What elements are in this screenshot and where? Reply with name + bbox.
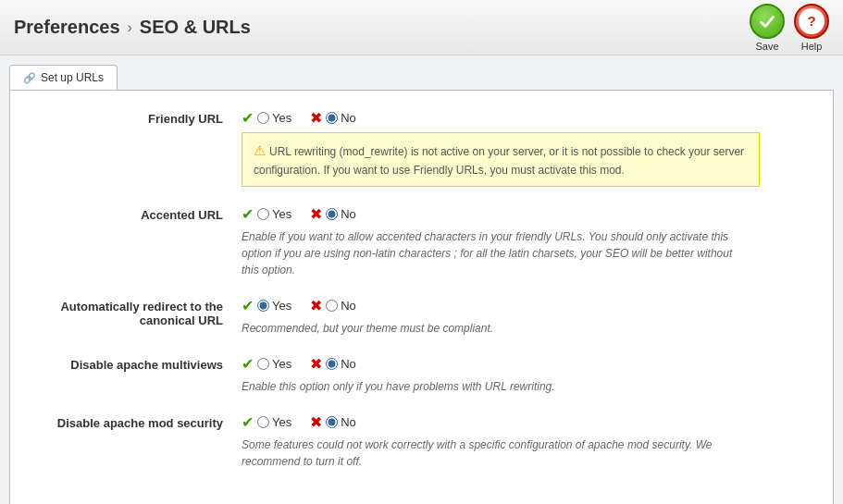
- check-icon-friendly-url: ✔: [242, 109, 254, 127]
- control-apache-multiviews: ✔Yes✖NoEnable this option only if you ha…: [242, 355, 805, 395]
- header: Preferences › SEO & URLs Save ? Help: [0, 0, 843, 55]
- no-option-apache-multiviews[interactable]: No: [326, 357, 356, 371]
- cross-icon-apache-multiviews: ✖: [310, 355, 322, 373]
- tab-icon: 🔗: [23, 72, 36, 84]
- check-icon-apache-mod-security: ✔: [242, 413, 254, 431]
- cross-icon-friendly-url: ✖: [310, 109, 322, 127]
- yes-option-apache-mod-security[interactable]: Yes: [257, 415, 291, 429]
- help-label: Help: [801, 41, 823, 52]
- no-radio-canonical-url[interactable]: [326, 300, 338, 312]
- cross-icon-accented-url: ✖: [310, 205, 322, 223]
- cross-icon-apache-mod-security: ✖: [310, 413, 322, 431]
- no-option-friendly-url[interactable]: No: [326, 111, 356, 125]
- yes-option-accented-url[interactable]: Yes: [257, 207, 291, 221]
- content-box: Friendly URL✔Yes✖No⚠URL rewriting (mod_r…: [9, 90, 834, 504]
- warning-box-friendly-url: ⚠URL rewriting (mod_rewrite) is not acti…: [242, 132, 760, 187]
- breadcrumb: Preferences › SEO & URLs: [14, 17, 251, 38]
- form-row-friendly-url: Friendly URL✔Yes✖No⚠URL rewriting (mod_r…: [38, 109, 805, 187]
- yes-label-apache-mod-security: Yes: [272, 415, 291, 429]
- no-label-apache-multiviews: No: [341, 357, 356, 371]
- radio-group-apache-mod-security: ✔Yes✖No: [242, 413, 805, 431]
- yes-option-apache-multiviews[interactable]: Yes: [257, 357, 291, 371]
- no-radio-apache-mod-security[interactable]: [326, 416, 338, 428]
- help-button[interactable]: ? Help: [794, 4, 829, 52]
- main-content: 🔗 Set up URLs Friendly URL✔Yes✖No⚠URL re…: [0, 55, 843, 504]
- yes-radio-accented-url[interactable]: [257, 208, 269, 220]
- tab-bar: 🔗 Set up URLs: [9, 65, 834, 90]
- yes-option-canonical-url[interactable]: Yes: [257, 299, 291, 313]
- desc-accented-url: Enable if you want to allow accented cha…: [242, 228, 750, 278]
- tab-setup-urls[interactable]: 🔗 Set up URLs: [9, 65, 118, 90]
- no-label-apache-mod-security: No: [341, 415, 356, 429]
- form-row-accented-url: Accented URL✔Yes✖NoEnable if you want to…: [38, 205, 805, 278]
- breadcrumb-main: Preferences: [14, 17, 120, 38]
- check-icon-accented-url: ✔: [242, 205, 254, 223]
- no-label-friendly-url: No: [341, 111, 356, 125]
- no-label-canonical-url: No: [341, 299, 356, 313]
- form-row-apache-mod-security: Disable apache mod security✔Yes✖NoSome f…: [38, 413, 805, 470]
- no-radio-accented-url[interactable]: [326, 208, 338, 220]
- check-icon-canonical-url: ✔: [242, 297, 254, 314]
- radio-group-friendly-url: ✔Yes✖No: [242, 109, 805, 127]
- no-option-accented-url[interactable]: No: [326, 207, 356, 221]
- radio-group-canonical-url: ✔Yes✖No: [242, 297, 805, 314]
- control-accented-url: ✔Yes✖NoEnable if you want to allow accen…: [242, 205, 805, 278]
- yes-label-canonical-url: Yes: [272, 299, 291, 313]
- yes-radio-canonical-url[interactable]: [257, 300, 269, 312]
- check-icon-apache-multiviews: ✔: [242, 355, 254, 373]
- form-row-apache-multiviews: Disable apache multiviews✔Yes✖NoEnable t…: [38, 355, 805, 395]
- breadcrumb-sub: SEO & URLs: [140, 17, 251, 38]
- yes-radio-apache-mod-security[interactable]: [257, 416, 269, 428]
- control-friendly-url: ✔Yes✖No⚠URL rewriting (mod_rewrite) is n…: [242, 109, 805, 187]
- yes-label-accented-url: Yes: [272, 207, 291, 221]
- form-row-canonical-url: Automatically redirect to the canonical …: [38, 297, 805, 337]
- desc-apache-mod-security: Some features could not work correctly w…: [242, 436, 750, 470]
- yes-label-friendly-url: Yes: [272, 111, 291, 125]
- save-icon: [750, 4, 785, 39]
- label-canonical-url: Automatically redirect to the canonical …: [38, 297, 242, 327]
- control-apache-mod-security: ✔Yes✖NoSome features could not work corr…: [242, 413, 805, 470]
- tab-label: Set up URLs: [41, 71, 104, 84]
- yes-label-apache-multiviews: Yes: [272, 357, 291, 371]
- desc-apache-multiviews: Enable this option only if you have prob…: [242, 378, 750, 395]
- save-button[interactable]: Save: [750, 4, 785, 52]
- no-radio-apache-multiviews[interactable]: [326, 358, 338, 370]
- no-option-canonical-url[interactable]: No: [326, 299, 356, 313]
- cross-icon-canonical-url: ✖: [310, 297, 322, 314]
- radio-group-apache-multiviews: ✔Yes✖No: [242, 355, 805, 373]
- yes-radio-friendly-url[interactable]: [257, 112, 269, 124]
- label-apache-multiviews: Disable apache multiviews: [38, 355, 242, 372]
- yes-radio-apache-multiviews[interactable]: [257, 358, 269, 370]
- warn-icon-friendly-url: ⚠: [254, 142, 266, 158]
- header-actions: Save ? Help: [750, 4, 829, 52]
- control-canonical-url: ✔Yes✖NoRecommended, but your theme must …: [242, 297, 805, 337]
- help-icon: ?: [794, 4, 829, 39]
- no-option-apache-mod-security[interactable]: No: [326, 415, 356, 429]
- no-radio-friendly-url[interactable]: [326, 112, 338, 124]
- label-apache-mod-security: Disable apache mod security: [38, 413, 242, 430]
- save-label: Save: [755, 41, 778, 52]
- label-friendly-url: Friendly URL: [38, 109, 242, 126]
- yes-option-friendly-url[interactable]: Yes: [257, 111, 291, 125]
- radio-group-accented-url: ✔Yes✖No: [242, 205, 805, 223]
- no-label-accented-url: No: [341, 207, 356, 221]
- desc-canonical-url: Recommended, but your theme must be comp…: [242, 320, 750, 337]
- breadcrumb-chevron: ›: [128, 19, 132, 36]
- label-accented-url: Accented URL: [38, 205, 242, 222]
